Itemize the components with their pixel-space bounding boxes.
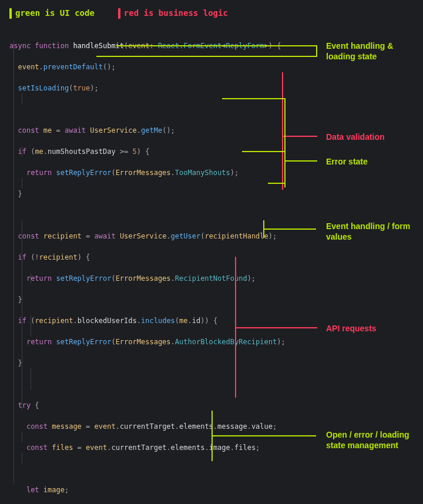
bracket-line bbox=[116, 45, 316, 46]
legend-red-bar bbox=[118, 8, 120, 19]
bracket-line bbox=[282, 72, 283, 190]
code-block: async function handleSubmit(event: React… bbox=[0, 24, 423, 504]
legend-green-label: green is UI code bbox=[15, 7, 95, 19]
legend-green: green is UI code bbox=[9, 7, 95, 19]
indent-guide bbox=[22, 453, 22, 463]
bracket-line bbox=[96, 56, 317, 57]
annotation-event-loading: Event handling & loading state bbox=[326, 41, 411, 62]
legend-red-label: red is business logic bbox=[124, 7, 228, 19]
bracket-line bbox=[263, 229, 316, 230]
bracket-line bbox=[282, 136, 317, 137]
bracket-line bbox=[284, 160, 286, 187]
bracket-line bbox=[226, 98, 284, 99]
legend-red: red is business logic bbox=[118, 7, 228, 19]
bracket-line bbox=[246, 151, 284, 152]
bracket-tick bbox=[242, 151, 246, 152]
bracket-tick bbox=[268, 183, 271, 184]
legend: green is UI code red is business logic bbox=[0, 0, 423, 24]
annotation-api-requests: API requests bbox=[326, 323, 377, 334]
annotation-event-form: Event handling / form values bbox=[326, 221, 411, 242]
bracket-line bbox=[284, 160, 317, 162]
bracket-line bbox=[235, 327, 317, 328]
bracket-line bbox=[271, 183, 284, 184]
indent-guide bbox=[22, 178, 22, 189]
legend-green-bar bbox=[9, 8, 12, 19]
indent-guide bbox=[22, 93, 22, 104]
indent-guide bbox=[22, 432, 22, 442]
bracket-tick bbox=[222, 98, 226, 99]
annotation-state-mgmt: Open / error / loading state management bbox=[326, 429, 414, 451]
bracket-line bbox=[212, 435, 316, 436]
bracket-line bbox=[316, 45, 317, 56]
annotation-error-state: Error state bbox=[326, 156, 368, 167]
annotation-data-validation: Data validation bbox=[326, 132, 385, 142]
